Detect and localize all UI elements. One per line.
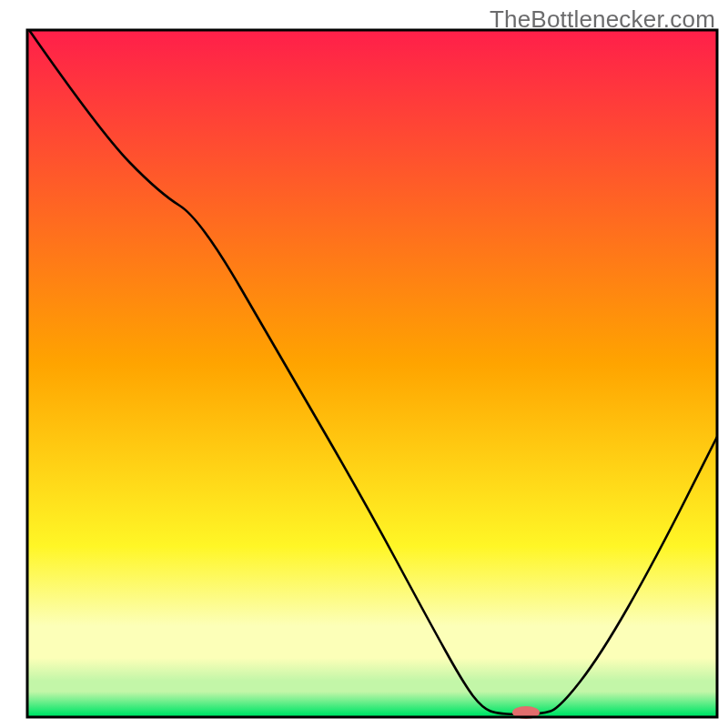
heat-gradient: [27, 30, 717, 717]
chart-stage: TheBottlenecker.com: [0, 0, 728, 728]
bottleneck-chart: [0, 0, 728, 728]
